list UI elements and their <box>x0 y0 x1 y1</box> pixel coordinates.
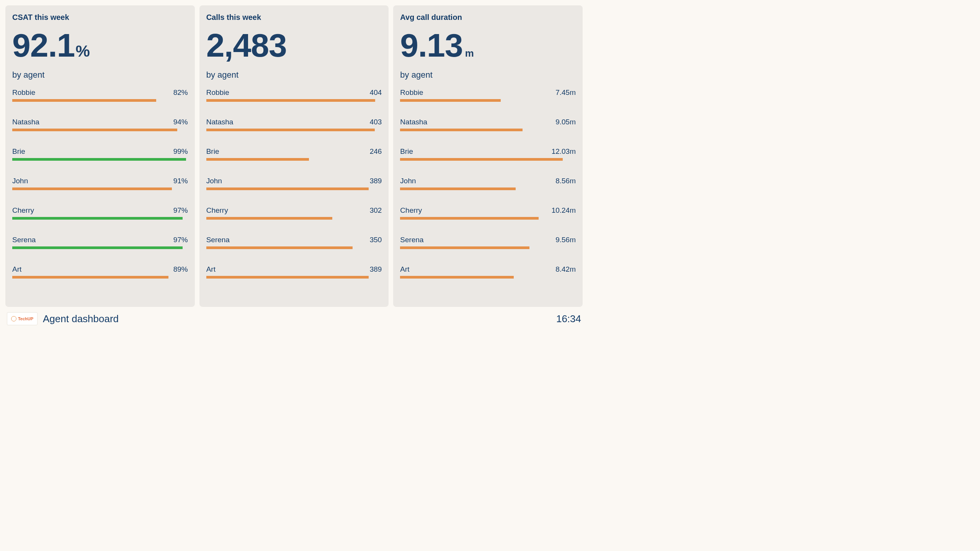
bar-header: Serena350 <box>206 236 382 244</box>
bar-row: John389 <box>206 177 382 190</box>
bar-header: Brie12.03m <box>400 147 576 156</box>
bar-fill <box>206 129 375 131</box>
bar-header: Art389 <box>206 265 382 274</box>
lightbulb-icon <box>11 316 16 321</box>
bar-row: Robbie82% <box>12 88 188 102</box>
agent-value: 9.56m <box>555 236 576 244</box>
bar-row: Art8.42m <box>400 265 576 279</box>
bar-header: Cherry10.24m <box>400 206 576 215</box>
bar-track <box>400 129 576 131</box>
bar-fill <box>400 99 501 102</box>
bar-row: Robbie404 <box>206 88 382 102</box>
unit: % <box>75 42 90 60</box>
panels-row: CSAT this week 92.1% by agent Robbie82%N… <box>5 5 583 307</box>
agent-name: Cherry <box>206 206 228 215</box>
bar-row: Robbie7.45m <box>400 88 576 102</box>
bar-header: Serena97% <box>12 236 188 244</box>
page-title: Agent dashboard <box>43 313 119 325</box>
bar-header: Art8.42m <box>400 265 576 274</box>
bar-row: Cherry97% <box>12 206 188 220</box>
panel-big-value: 2,483 <box>206 29 382 62</box>
logo: TechUP <box>7 312 38 325</box>
agent-value: 350 <box>370 236 382 244</box>
bar-track <box>206 217 382 220</box>
footer: TechUP Agent dashboard 16:34 <box>5 307 583 325</box>
agent-name: Brie <box>400 147 413 156</box>
bar-fill <box>400 187 516 190</box>
bar-header: Cherry302 <box>206 206 382 215</box>
bar-fill <box>400 217 538 220</box>
bar-header: Natasha403 <box>206 118 382 126</box>
bar-fill <box>400 276 514 279</box>
agent-value: 302 <box>370 206 382 215</box>
bar-track <box>12 246 188 249</box>
bar-track <box>12 276 188 279</box>
agent-value: 403 <box>370 118 382 126</box>
bar-fill <box>400 246 529 249</box>
agent-value: 246 <box>370 147 382 156</box>
bar-track <box>206 158 382 161</box>
bar-fill <box>12 187 172 190</box>
agent-name: Brie <box>12 147 25 156</box>
bar-fill <box>12 217 183 220</box>
bar-header: Natasha94% <box>12 118 188 126</box>
panel-big-value: 92.1% <box>12 29 188 62</box>
bar-header: Robbie404 <box>206 88 382 97</box>
panel-calls: Calls this week 2,483 by agent Robbie404… <box>199 5 389 307</box>
bar-track <box>206 99 382 102</box>
agent-name: John <box>400 177 416 185</box>
bar-header: John91% <box>12 177 188 185</box>
value: 9.13 <box>400 27 462 64</box>
agent-name: Brie <box>206 147 219 156</box>
bar-fill <box>12 158 186 161</box>
bar-fill <box>400 129 522 131</box>
agent-name: Art <box>12 265 21 274</box>
sub-label: by agent <box>400 70 576 80</box>
bar-row: Brie99% <box>12 147 188 161</box>
agent-value: 10.24m <box>552 206 576 215</box>
bar-header: John389 <box>206 177 382 185</box>
agent-name: Natasha <box>400 118 427 126</box>
panel-csat: CSAT this week 92.1% by agent Robbie82%N… <box>5 5 195 307</box>
bar-track <box>400 99 576 102</box>
bar-fill <box>206 187 369 190</box>
bar-list: Robbie404Natasha403Brie246John389Cherry3… <box>206 88 382 279</box>
agent-name: Natasha <box>12 118 39 126</box>
bar-header: Cherry97% <box>12 206 188 215</box>
unit: m <box>465 47 474 59</box>
bar-fill <box>206 158 309 161</box>
bar-row: Natasha403 <box>206 118 382 131</box>
agent-name: Serena <box>206 236 230 244</box>
bar-row: Serena350 <box>206 236 382 249</box>
agent-value: 91% <box>173 177 188 185</box>
agent-value: 97% <box>173 206 188 215</box>
bar-track <box>206 246 382 249</box>
bar-row: Natasha9.05m <box>400 118 576 131</box>
bar-header: Brie99% <box>12 147 188 156</box>
bar-header: Robbie7.45m <box>400 88 576 97</box>
bar-fill <box>206 99 375 102</box>
agent-value: 94% <box>173 118 188 126</box>
bar-fill <box>12 99 156 102</box>
sub-label: by agent <box>12 70 188 80</box>
bar-row: Cherry302 <box>206 206 382 220</box>
bar-header: Natasha9.05m <box>400 118 576 126</box>
agent-value: 9.05m <box>555 118 576 126</box>
bar-track <box>12 158 188 161</box>
agent-name: Robbie <box>206 88 229 97</box>
bar-track <box>12 187 188 190</box>
agent-value: 8.42m <box>555 265 576 274</box>
bar-track <box>400 276 576 279</box>
bar-fill <box>12 129 177 131</box>
agent-value: 404 <box>370 88 382 97</box>
bar-row: John8.56m <box>400 177 576 190</box>
agent-name: Art <box>206 265 216 274</box>
agent-value: 99% <box>173 147 188 156</box>
bar-header: John8.56m <box>400 177 576 185</box>
agent-name: Art <box>400 265 409 274</box>
agent-value: 12.03m <box>552 147 576 156</box>
agent-value: 8.56m <box>555 177 576 185</box>
bar-fill <box>12 246 183 249</box>
bar-row: Cherry10.24m <box>400 206 576 220</box>
agent-value: 97% <box>173 236 188 244</box>
